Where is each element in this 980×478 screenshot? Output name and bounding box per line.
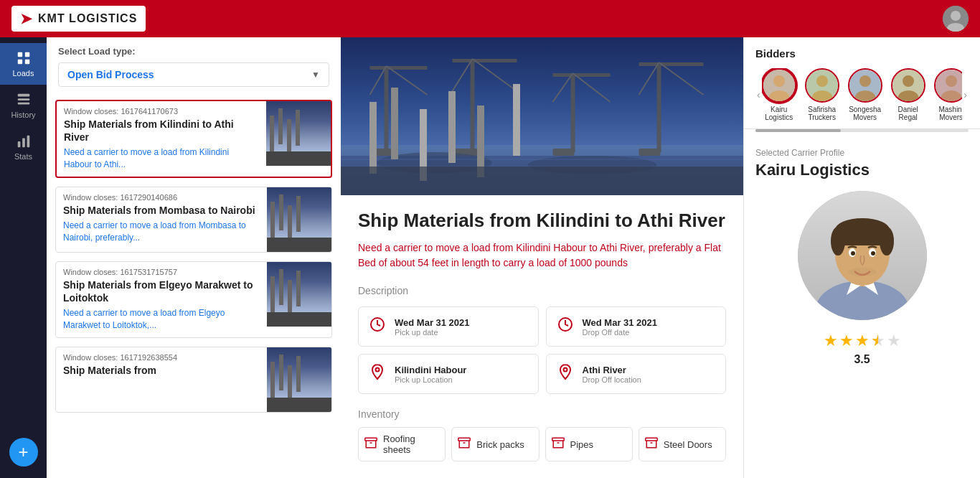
right-panel: Bidders ‹ Kairu Logi — [743, 37, 980, 478]
load-card-2-thumb — [267, 187, 331, 252]
bidder-1-avatar — [762, 68, 796, 103]
dropoff-date-value: Wed Mar 31 2021 — [583, 317, 658, 328]
svg-rect-13 — [341, 37, 743, 195]
inventory-items: Roofing sheets Brick packs — [358, 427, 726, 461]
svg-rect-14 — [341, 145, 743, 195]
svg-point-82 — [848, 268, 877, 276]
load-type-dropdown[interactable]: Open Bid Process ▼ — [58, 62, 329, 87]
load-card-4[interactable]: Window closes: 1617192638554 Ship Materi… — [55, 347, 332, 413]
hero-image — [341, 37, 743, 195]
logo-arrow-icon: ➤ — [20, 10, 32, 27]
inventory-item-1-label: Roofing sheets — [383, 434, 439, 455]
bidder-5[interactable]: Mashini Movers — [934, 68, 963, 121]
bidder-4[interactable]: Daniel Regal — [891, 68, 925, 121]
pin-icon-2 — [557, 363, 574, 385]
pickup-date-sub: Pick up date — [395, 328, 470, 337]
svg-rect-20 — [471, 59, 475, 152]
sidebar-item-stats[interactable]: Stats — [0, 126, 47, 168]
pickup-date-info: Wed Mar 31 2021 Pick up date — [395, 317, 470, 337]
svg-point-81 — [871, 251, 875, 256]
svg-rect-34 — [639, 149, 661, 156]
svg-point-1 — [951, 11, 961, 21]
description-label: Description — [358, 285, 726, 296]
svg-point-62 — [903, 75, 914, 87]
svg-point-53 — [773, 75, 785, 87]
select-load-type-label: Select Load type: — [47, 37, 341, 62]
header: ➤ KMT LOGISTICS — [0, 0, 980, 37]
dropoff-date-sub: Drop Off date — [583, 328, 658, 337]
box-icon-1 — [364, 436, 377, 453]
inventory-item-2-label: Brick packs — [476, 439, 524, 450]
carrier-photo-container — [755, 191, 969, 320]
table-icon — [16, 92, 32, 108]
svg-rect-15 — [385, 66, 389, 152]
load-card-4-content: Window closes: 1617192638554 Ship Materi… — [56, 347, 267, 412]
star-3: ★ — [855, 332, 870, 350]
load-card-2[interactable]: Window closes: 1617290140686 Ship Materi… — [55, 187, 332, 253]
svg-rect-12 — [27, 136, 29, 148]
svg-rect-44 — [365, 438, 377, 441]
logo[interactable]: ➤ KMT LOGISTICS — [11, 6, 146, 32]
load-card-2-window: Window closes: 1617290140686 — [63, 193, 260, 202]
bidder-3-avatar — [848, 68, 882, 103]
svg-rect-6 — [24, 60, 29, 64]
carrier-photo — [798, 191, 927, 320]
bidder-1[interactable]: Kairu Logistics — [762, 68, 796, 121]
svg-rect-16 — [370, 66, 428, 70]
inventory-item-4-label: Steel Doors — [664, 439, 712, 450]
subtitle-text: Need a carrier to move a load from — [358, 242, 516, 253]
carrier-photo-svg — [798, 191, 927, 320]
sidebar-stats-label: Stats — [14, 152, 32, 161]
load-card-3[interactable]: Window closes: 1617531715757 Ship Materi… — [55, 261, 332, 338]
bidder-2[interactable]: Safirisha Truckers — [805, 68, 839, 121]
svg-rect-8 — [17, 98, 29, 100]
avatar-icon — [943, 6, 969, 32]
scroll-left-icon[interactable]: ‹ — [755, 86, 762, 103]
svg-rect-48 — [552, 438, 564, 441]
add-button[interactable]: + — [9, 438, 38, 467]
bidder-1-name: Kairu Logistics — [762, 106, 796, 121]
center-content: Ship Materials from Kilindini to Athi Ri… — [341, 195, 743, 476]
svg-point-43 — [563, 368, 567, 372]
carrier-profile-title: Selected Carrier Profile — [755, 148, 969, 158]
clock-icon-2 — [557, 316, 574, 337]
scroll-right-icon[interactable]: › — [962, 86, 969, 103]
load-card-1-title: Ship Materials from Kilindini to Athi Ri… — [64, 118, 259, 144]
carrier-profile-section: Selected Carrier Profile Kairu Logistics — [744, 139, 980, 375]
pickup-date-card: Wed Mar 31 2021 Pick up date — [358, 306, 539, 347]
inventory-section: Inventory Roofing sheets — [358, 408, 726, 461]
load-card-1-thumb — [266, 101, 331, 166]
svg-rect-31 — [639, 62, 704, 66]
svg-rect-25 — [571, 73, 575, 152]
pickup-date-value: Wed Mar 31 2021 — [395, 317, 470, 328]
sidebar-history-label: History — [11, 111, 35, 119]
dropoff-location-sub: Drop Off location — [583, 375, 641, 384]
load-card-1-desc: Need a carrier to move a load from Kilin… — [64, 146, 259, 171]
bidders-title: Bidders — [755, 47, 969, 60]
bidder-2-name: Safirisha Truckers — [805, 106, 839, 121]
logo-text: KMT LOGISTICS — [38, 12, 137, 25]
chevron-down-icon: ▼ — [311, 70, 320, 80]
svg-rect-29 — [553, 149, 575, 156]
dropoff-location-card: Athi River Drop Off location — [546, 354, 727, 394]
bidder-5-name: Mashini Movers — [934, 106, 963, 121]
bidder-1-avatar-img — [763, 70, 795, 101]
bidders-scrollbar[interactable] — [755, 129, 969, 132]
load-card-1-window: Window closes: 1617641170673 — [64, 107, 259, 116]
bidder-3[interactable]: Songesha Movers — [848, 68, 882, 121]
bidder-4-name: Daniel Regal — [891, 106, 925, 121]
sidebar-item-history[interactable]: History — [0, 85, 47, 126]
load-card-3-content: Window closes: 1617531715757 Ship Materi… — [56, 262, 267, 337]
user-avatar[interactable] — [943, 6, 969, 32]
svg-rect-4 — [24, 52, 29, 57]
load-card-3-desc: Need a carrier to move a load from Elgey… — [63, 307, 260, 332]
scrollbar-thumb — [755, 129, 841, 132]
pickup-location-value: Kilindini Habour — [395, 365, 466, 375]
inventory-item-4: Steel Doors — [639, 427, 726, 461]
sidebar-item-loads[interactable]: Loads — [0, 43, 47, 85]
load-card-4-thumb — [267, 347, 331, 412]
load-card-1[interactable]: Window closes: 1617641170673 Ship Materi… — [55, 100, 332, 178]
sidebar: Loads History Stats + — [0, 37, 47, 478]
load-card-1-content: Window closes: 1617641170673 Ship Materi… — [57, 101, 266, 177]
description-cards: Wed Mar 31 2021 Pick up date Wed Mar 31 … — [358, 306, 726, 394]
